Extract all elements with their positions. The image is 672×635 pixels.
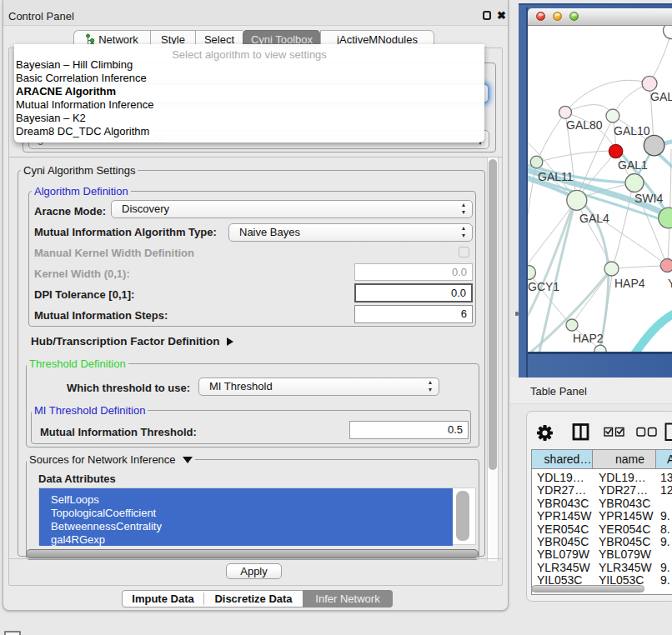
svg-text:HAP2: HAP2: [573, 332, 604, 345]
svg-text:GAL80: GAL80: [566, 118, 603, 132]
svg-text:GAL: GAL: [650, 90, 672, 103]
svg-text:SWI4: SWI4: [634, 192, 663, 205]
svg-text:GAL11: GAL11: [538, 170, 574, 183]
svg-text:GAL4: GAL4: [579, 212, 609, 225]
svg-text:HAP4: HAP4: [614, 277, 645, 290]
svg-text:Y: Y: [668, 277, 672, 290]
svg-text:GCY1: GCY1: [528, 280, 559, 293]
svg-text:GAL1: GAL1: [618, 158, 648, 172]
svg-text:GAL10: GAL10: [614, 124, 650, 138]
